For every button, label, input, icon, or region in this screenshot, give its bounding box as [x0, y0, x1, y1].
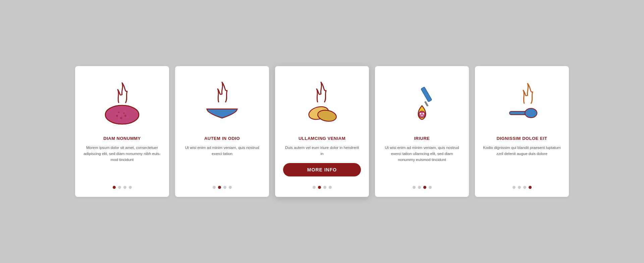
svg-rect-11	[425, 101, 428, 106]
card-3-dots	[313, 186, 332, 189]
svg-point-5	[118, 112, 120, 113]
dot-3	[123, 186, 126, 189]
card-4-dots	[413, 186, 432, 189]
dot-2	[318, 186, 321, 189]
card-3-icon	[283, 76, 361, 130]
card-4: IRIURE Ut wisi enim ad minim veniam, qui…	[375, 66, 469, 197]
svg-point-16	[525, 108, 537, 118]
card-1-text: Morem ipsum dolor sit amet, consectetuer…	[83, 145, 161, 181]
more-info-button[interactable]: MORE INFO	[283, 163, 361, 176]
dot-1	[313, 186, 316, 189]
dot-1	[113, 186, 116, 189]
svg-point-12	[419, 111, 425, 118]
dot-1	[413, 186, 416, 189]
dot-4	[529, 186, 532, 189]
dot-4	[229, 186, 232, 189]
dot-3	[423, 186, 426, 189]
card-4-title: IRIURE	[414, 136, 430, 141]
card-3: ULLAMCING VENIAM Duis autem vel eum iriu…	[275, 66, 369, 197]
card-4-icon	[383, 76, 461, 130]
svg-point-3	[120, 117, 122, 119]
card-5-icon	[483, 76, 561, 130]
card-3-text: Duis autem vel eum iriure dolor in hendr…	[283, 145, 361, 157]
card-1: DIAM NONUMMY Morem ipsum dolor sit amet,…	[75, 66, 169, 197]
card-4-text: Ut wisi enim ad minim veniam, quis nostr…	[383, 145, 461, 181]
svg-point-14	[423, 113, 424, 115]
card-1-title: DIAM NONUMMY	[103, 136, 141, 141]
dot-3	[323, 186, 326, 189]
card-2-dots	[213, 186, 232, 189]
dot-1	[513, 186, 516, 189]
card-2: AUTEM IN ODIO Ut wisi enim ad minim veni…	[175, 66, 269, 197]
card-1-dots	[113, 186, 132, 189]
dot-4	[329, 186, 332, 189]
card-5-dots	[513, 186, 532, 189]
card-1-icon	[83, 76, 161, 130]
svg-rect-10	[421, 87, 432, 102]
svg-point-2	[116, 115, 118, 117]
card-2-text: Ut wisi enim ad minim veniam, quis nostr…	[183, 145, 261, 181]
card-2-icon	[183, 76, 261, 130]
dot-1	[213, 186, 216, 189]
card-5-text: Kodio dignissim qui blandit praesent lup…	[483, 145, 561, 181]
dot-4	[429, 186, 432, 189]
dot-2	[418, 186, 421, 189]
svg-point-4	[124, 115, 126, 117]
dot-4	[129, 186, 132, 189]
dot-3	[523, 186, 526, 189]
dot-2	[218, 186, 221, 189]
svg-point-6	[123, 112, 125, 114]
dot-3	[223, 186, 226, 189]
dot-2	[118, 186, 121, 189]
card-5-title: DIGNISSIM DOLOE EIT	[496, 136, 547, 141]
cards-container: DIAM NONUMMY Morem ipsum dolor sit amet,…	[55, 53, 589, 210]
card-5: DIGNISSIM DOLOE EIT Kodio dignissim qui …	[475, 66, 569, 197]
card-3-title: ULLAMCING VENIAM	[299, 136, 345, 141]
dot-2	[518, 186, 521, 189]
svg-point-13	[420, 113, 422, 115]
card-2-title: AUTEM IN ODIO	[204, 136, 240, 141]
